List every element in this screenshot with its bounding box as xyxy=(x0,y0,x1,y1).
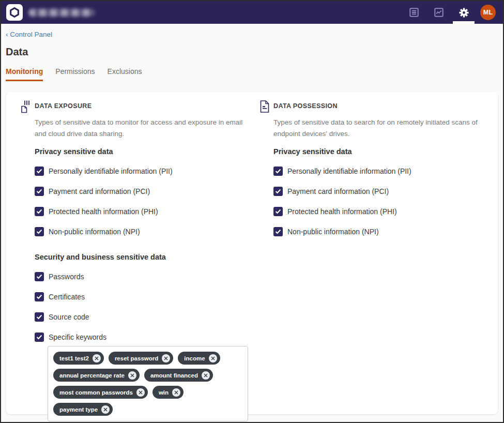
close-icon xyxy=(95,356,99,360)
checkbox-label: Non-public information (NPI) xyxy=(287,228,379,236)
keyword-chip: income xyxy=(178,352,220,365)
keyword-chip-label: reset password xyxy=(115,355,158,361)
possession-row-npi: Non-public information (NPI) xyxy=(273,227,484,236)
possession-row-pci: Payment card information (PCI) xyxy=(273,187,484,196)
close-icon xyxy=(139,390,143,395)
remove-keyword-button[interactable] xyxy=(209,354,217,362)
possession-checkbox-pii[interactable] xyxy=(273,167,283,176)
exposure-row-source-code: Source code xyxy=(35,312,248,322)
nav-analytics-button[interactable] xyxy=(426,1,451,24)
hexagon-logo-icon xyxy=(9,7,20,18)
tab-exclusions[interactable]: Exclusions xyxy=(108,67,142,81)
keyword-chip-label: most common passwords xyxy=(59,389,133,396)
remove-keyword-button[interactable] xyxy=(162,354,170,362)
exposure-checkbox-pci[interactable] xyxy=(35,187,44,196)
remove-keyword-button[interactable] xyxy=(172,388,180,397)
privacy-group-heading: Privacy sensitive data xyxy=(273,147,484,156)
keyword-chip-label: payment type xyxy=(59,406,98,413)
keyword-chip-label: income xyxy=(184,355,205,361)
exposure-checkbox-certificates[interactable] xyxy=(35,292,44,301)
close-icon xyxy=(164,356,168,360)
keywords-input-box[interactable]: test1 test2 reset password income annual… xyxy=(48,346,248,421)
checkbox-label: Payment card information (PCI) xyxy=(287,187,389,195)
nav-reports-button[interactable] xyxy=(402,1,426,24)
data-exposure-icon xyxy=(20,100,32,113)
remove-keyword-button[interactable] xyxy=(101,405,110,414)
exposure-checkbox-passwords[interactable] xyxy=(35,272,44,281)
exposure-row-pii: Personally identifiable information (PII… xyxy=(35,167,248,176)
check-icon xyxy=(36,169,42,174)
keyword-chip: amount financed xyxy=(144,369,213,382)
possession-checkbox-pci[interactable] xyxy=(273,187,283,196)
workspace-name-redacted xyxy=(28,9,95,17)
keyword-chip-label: win xyxy=(159,389,169,396)
breadcrumb-control-panel[interactable]: ‹ Control Panel xyxy=(6,31,52,38)
tab-monitoring[interactable]: Monitoring xyxy=(6,67,43,81)
exposure-row-certificates: Certificates xyxy=(35,292,248,301)
exposure-checkbox-specific-keywords[interactable] xyxy=(35,333,44,342)
checkbox-label: Passwords xyxy=(49,273,84,281)
checkbox-label: Certificates xyxy=(49,293,85,301)
remove-keyword-button[interactable] xyxy=(93,354,101,362)
tab-permissions[interactable]: Permissions xyxy=(55,67,95,81)
section-title: DATA EXPOSURE xyxy=(35,102,92,110)
section-title: DATA POSSESSION xyxy=(273,102,338,110)
check-icon xyxy=(275,189,281,194)
report-icon xyxy=(408,7,420,18)
data-possession-section: DATA POSSESSION Types of sensitive data … xyxy=(258,100,484,421)
check-icon xyxy=(36,209,42,214)
close-icon xyxy=(103,407,108,412)
analytics-icon xyxy=(433,7,445,18)
section-description: Types of sensitive data to search for on… xyxy=(273,117,484,140)
check-icon xyxy=(275,209,281,214)
checkbox-label: Payment card information (PCI) xyxy=(49,187,150,195)
data-exposure-section: DATA EXPOSURE Types of sensitive data to… xyxy=(20,100,248,421)
exposure-checkbox-npi[interactable] xyxy=(35,227,44,236)
monitoring-panel: DATA EXPOSURE Types of sensitive data to… xyxy=(6,92,498,414)
exposure-checkbox-source-code[interactable] xyxy=(35,312,44,322)
possession-row-pii: Personally identifiable information (PII… xyxy=(273,167,484,176)
close-icon xyxy=(211,356,215,360)
section-description: Types of sensitive data to monitor for a… xyxy=(35,117,248,140)
check-icon xyxy=(36,335,42,340)
exposure-row-specific-keywords: Specific keywords xyxy=(35,333,248,342)
user-avatar[interactable]: ML xyxy=(480,5,496,20)
app-window: ML ‹ Control Panel Data Monitoring Permi… xyxy=(0,0,504,423)
checkbox-label: Personally identifiable information (PII… xyxy=(49,167,173,175)
check-icon xyxy=(36,314,42,320)
remove-keyword-button[interactable] xyxy=(128,371,136,380)
remove-keyword-button[interactable] xyxy=(202,371,210,380)
remove-keyword-button[interactable] xyxy=(136,388,145,397)
page-title: Data xyxy=(6,46,503,58)
exposure-row-passwords: Passwords xyxy=(35,272,248,281)
check-icon xyxy=(275,169,281,174)
check-icon xyxy=(36,229,42,234)
close-icon xyxy=(204,373,208,377)
possession-checkbox-npi[interactable] xyxy=(273,227,283,236)
exposure-checkbox-pii[interactable] xyxy=(35,167,44,176)
tab-bar: Monitoring Permissions Exclusions xyxy=(6,67,503,81)
app-logo[interactable] xyxy=(6,4,23,21)
keyword-chip: most common passwords xyxy=(53,386,148,399)
checkbox-label: Personally identifiable information (PII… xyxy=(287,167,411,175)
exposure-checkbox-phi[interactable] xyxy=(35,207,44,216)
data-possession-icon xyxy=(258,100,271,113)
exposure-row-pci: Payment card information (PCI) xyxy=(35,187,248,196)
keyword-chip: payment type xyxy=(53,403,113,416)
checkbox-label: Source code xyxy=(49,313,89,321)
possession-row-phi: Protected health information (PHI) xyxy=(273,207,484,216)
keyword-chip-label: test1 test2 xyxy=(59,355,89,361)
settings-icon xyxy=(458,7,470,19)
check-icon xyxy=(36,294,42,299)
check-icon xyxy=(36,274,42,279)
possession-checkbox-phi[interactable] xyxy=(273,207,283,216)
top-navbar: ML xyxy=(1,1,503,24)
nav-settings-button[interactable] xyxy=(451,1,476,24)
exposure-row-phi: Protected health information (PHI) xyxy=(35,207,248,216)
navbar-actions: ML xyxy=(402,1,496,24)
check-icon xyxy=(36,189,42,194)
privacy-group-heading: Privacy sensitive data xyxy=(35,147,248,156)
keyword-chip: reset password xyxy=(109,352,173,365)
keyword-chip: win xyxy=(152,386,184,399)
checkbox-label: Protected health information (PHI) xyxy=(287,207,397,216)
